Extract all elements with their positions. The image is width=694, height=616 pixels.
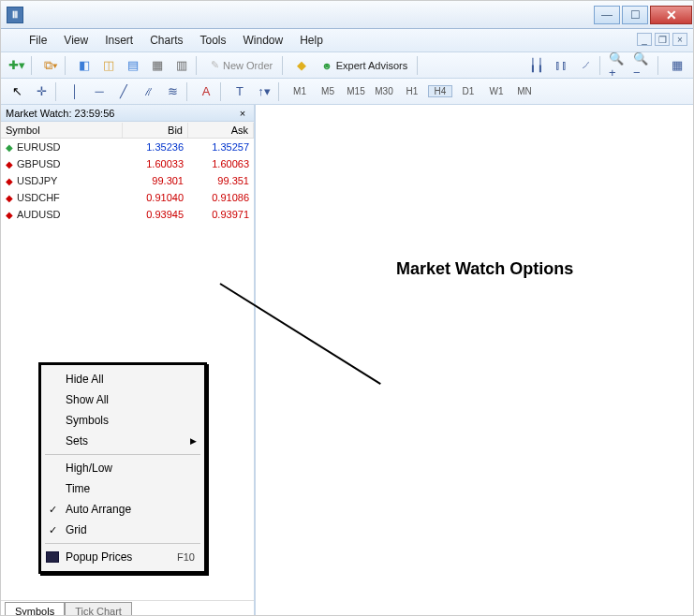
menu-window[interactable]: Window xyxy=(244,34,284,47)
fibo-icon[interactable]: ≋ xyxy=(162,81,183,102)
text-label-icon[interactable]: T xyxy=(229,81,250,102)
timeframe-m5[interactable]: M5 xyxy=(316,86,340,96)
separator xyxy=(45,454,200,455)
new-order-button[interactable]: ✎ New Order xyxy=(205,59,278,71)
ctx-sets[interactable]: Sets xyxy=(41,431,204,451)
bid-price: 0.93945 xyxy=(123,208,188,221)
market-watch-table: Symbol Bid Ask ◆EURUSD1.352361.35257◆GBP… xyxy=(1,122,254,223)
timeframe-m30[interactable]: M30 xyxy=(372,86,396,96)
window-titlebar: Ⅲ — ☐ ✕ xyxy=(1,1,693,29)
menu-tools[interactable]: Tools xyxy=(200,34,227,47)
app-icon: Ⅲ xyxy=(7,7,23,23)
menu-file[interactable]: File xyxy=(29,34,47,47)
separator xyxy=(31,56,37,75)
table-row[interactable]: ◆GBPUSD1.600331.60063 xyxy=(1,155,254,172)
meta-icon[interactable]: ◆ xyxy=(291,55,312,76)
menu-help[interactable]: Help xyxy=(300,34,323,47)
new-chart-icon[interactable]: ✚▾ xyxy=(7,55,27,76)
header-bid[interactable]: Bid xyxy=(123,123,188,138)
mdi-minimize-button[interactable]: _ xyxy=(637,33,652,46)
ctx-grid[interactable]: Grid xyxy=(41,520,204,540)
expert-label: Expert Advisors xyxy=(336,60,407,71)
data-window-icon[interactable]: ◫ xyxy=(98,55,119,76)
symbol-name: AUDUSD xyxy=(17,209,60,220)
menu-bar: File View Insert Charts Tools Window Hel… xyxy=(1,29,693,52)
trendline-icon[interactable]: ╱ xyxy=(113,81,134,102)
ask-price: 0.91086 xyxy=(188,191,254,204)
tile-icon[interactable]: ▦ xyxy=(667,55,687,76)
separator xyxy=(45,543,200,544)
market-watch-context-menu: Hide All Show All Symbols Sets High/Low … xyxy=(38,362,207,574)
separator xyxy=(282,56,288,75)
timeframe-m1[interactable]: M1 xyxy=(288,86,312,96)
ctx-popup-shortcut: F10 xyxy=(177,551,195,563)
ctx-time[interactable]: Time xyxy=(41,478,204,499)
chart-workspace[interactable]: Market Watch Options xyxy=(256,105,693,616)
expert-advisors-button[interactable]: ☻ Expert Advisors xyxy=(316,60,413,71)
ask-price: 1.35257 xyxy=(188,140,254,154)
ctx-popup-label: Popup Prices xyxy=(66,550,132,564)
separator xyxy=(657,56,663,75)
header-ask[interactable]: Ask xyxy=(188,123,254,138)
timeframe-mn[interactable]: MN xyxy=(512,86,537,96)
table-row[interactable]: ◆EURUSD1.352361.35257 xyxy=(1,139,254,155)
line-chart-icon[interactable]: ⟋ xyxy=(575,55,596,76)
crosshair-icon[interactable]: ✛ xyxy=(31,81,52,102)
separator xyxy=(220,82,226,101)
candle-chart-icon[interactable]: ⫿⫿ xyxy=(551,55,571,76)
bar-chart-icon[interactable]: ╽╽ xyxy=(526,55,547,76)
ctx-high-low[interactable]: High/Low xyxy=(41,458,204,478)
header-symbol[interactable]: Symbol xyxy=(1,123,123,138)
tab-tick-chart[interactable]: Tick Chart xyxy=(65,602,132,616)
symbol-name: USDJPY xyxy=(17,175,57,186)
window-minimize-button[interactable]: — xyxy=(594,6,620,24)
ask-price: 99.351 xyxy=(188,174,254,187)
market-watch-panel: Market Watch: 23:59:56 × Symbol Bid Ask … xyxy=(1,105,256,616)
timeframe-m15[interactable]: M15 xyxy=(344,86,368,96)
table-row[interactable]: ◆AUDUSD0.939450.93971 xyxy=(1,206,254,223)
market-watch-close-button[interactable]: × xyxy=(236,108,249,119)
market-watch-header: Market Watch: 23:59:56 × xyxy=(1,105,254,122)
table-header-row: Symbol Bid Ask xyxy=(1,122,254,139)
ctx-symbols[interactable]: Symbols xyxy=(41,410,204,431)
vline-icon[interactable]: │ xyxy=(65,81,85,102)
hline-icon[interactable]: ─ xyxy=(89,81,110,102)
zoom-out-icon[interactable]: 🔍− xyxy=(633,55,654,76)
ctx-hide-all[interactable]: Hide All xyxy=(41,369,204,389)
market-watch-icon[interactable]: ◧ xyxy=(74,55,95,76)
timeframe-h1[interactable]: H1 xyxy=(400,86,424,96)
timeframe-h4[interactable]: H4 xyxy=(428,85,452,97)
arrows-icon[interactable]: ↑▾ xyxy=(254,81,274,102)
new-order-label: New Order xyxy=(223,60,273,71)
tab-symbols[interactable]: Symbols xyxy=(5,602,65,616)
navigator-icon[interactable]: ▤ xyxy=(123,55,143,76)
timeframe-d1[interactable]: D1 xyxy=(456,86,480,96)
ctx-show-all[interactable]: Show All xyxy=(41,389,204,410)
channel-icon[interactable]: ⫽ xyxy=(138,81,158,102)
text-icon[interactable]: A xyxy=(196,81,216,102)
window-maximize-button[interactable]: ☐ xyxy=(622,6,648,24)
strategy-tester-icon[interactable]: ▥ xyxy=(171,55,192,76)
table-row[interactable]: ◆USDJPY99.30199.351 xyxy=(1,172,254,189)
arrow-down-icon: ◆ xyxy=(6,159,13,169)
ctx-popup-prices[interactable]: Popup Prices F10 xyxy=(41,547,204,567)
toolbar-drawing: ↖ ✛ │ ─ ╱ ⫽ ≋ A T ↑▾ M1 M5 M15 M30 H1 H4… xyxy=(1,79,693,105)
timeframe-w1[interactable]: W1 xyxy=(484,86,509,96)
menu-insert[interactable]: Insert xyxy=(105,34,133,47)
bid-price: 1.60033 xyxy=(123,157,188,170)
window-close-button[interactable]: ✕ xyxy=(650,6,692,24)
menu-view[interactable]: View xyxy=(64,34,88,47)
mdi-close-button[interactable]: × xyxy=(672,33,687,46)
menu-charts[interactable]: Charts xyxy=(150,34,183,47)
bid-price: 0.91040 xyxy=(123,191,188,204)
table-row[interactable]: ◆USDCHF0.910400.91086 xyxy=(1,189,254,206)
zoom-in-icon[interactable]: 🔍+ xyxy=(609,55,629,76)
separator xyxy=(417,56,422,75)
ctx-auto-arrange[interactable]: Auto Arrange xyxy=(41,499,204,520)
profiles-icon[interactable]: ⧉▾ xyxy=(40,55,61,76)
separator xyxy=(278,82,284,101)
cursor-icon[interactable]: ↖ xyxy=(7,81,27,102)
arrow-down-icon: ◆ xyxy=(6,210,13,220)
mdi-restore-button[interactable]: ❐ xyxy=(655,33,670,46)
terminal-icon[interactable]: ▦ xyxy=(147,55,168,76)
